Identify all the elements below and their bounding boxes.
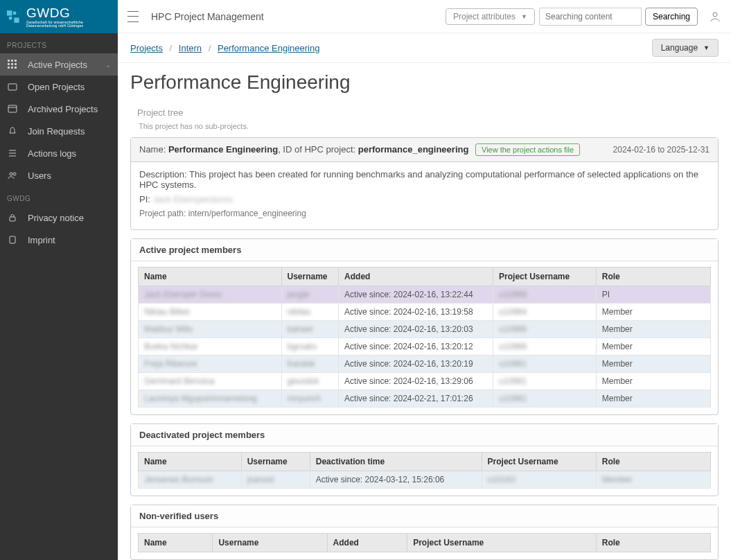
col-project-username: Project Username: [493, 268, 597, 286]
sidebar-item-active-projects[interactable]: Active Projects ⌄: [0, 53, 118, 76]
col-project-username: Project Username: [482, 453, 596, 471]
search-input[interactable]: [539, 8, 642, 26]
svg-rect-21: [10, 217, 15, 221]
user-icon[interactable]: [709, 10, 721, 23]
logo[interactable]: GWDG Gesellschaft für wissenschaftliche …: [0, 0, 118, 33]
active-members-table: Name Username Added Project Username Rol…: [138, 267, 711, 408]
cell-name: Maldsur Mills: [139, 321, 282, 338]
table-row[interactable]: Laurenya MgupuirimnametongmnyunchActive …: [139, 390, 711, 408]
svg-rect-1: [13, 12, 16, 15]
project-panel: Name: Performance Engineering, ID of HPC…: [130, 137, 719, 230]
cell-name: Freja Riberure: [139, 356, 282, 373]
cell-puser: u10989: [493, 286, 597, 304]
breadcrumb-sep: /: [209, 43, 211, 53]
caret-down-icon: ▼: [703, 44, 710, 51]
table-row[interactable]: Gerrimard BenstoageundokActive since: 20…: [139, 373, 711, 390]
table-row[interactable]: Jack Ebersper DoresjeogleActive since: 2…: [139, 286, 711, 304]
col-role: Role: [596, 534, 710, 552]
cell-user: jsanoot: [241, 471, 310, 489]
language-dropdown[interactable]: Language ▼: [652, 39, 719, 57]
sidebar-item-open-projects[interactable]: Open Projects: [0, 76, 118, 98]
col-added: Added: [327, 534, 407, 552]
svg-rect-6: [15, 60, 17, 62]
cell-name: Jensenes Burrouin: [139, 471, 242, 489]
sidebar-item-privacy[interactable]: Privacy notice: [0, 207, 118, 229]
table-row[interactable]: Niklau BilkeinibilasActive since: 2024-0…: [139, 304, 711, 321]
cell-user: bahaer: [281, 321, 339, 338]
caret-down-icon: ▼: [521, 13, 527, 20]
breadcrumb-projects[interactable]: Projects: [130, 43, 163, 53]
cell-added: Active since: 2024-02-16, 13:19:58: [339, 304, 493, 321]
svg-rect-12: [15, 67, 17, 69]
col-username: Username: [241, 453, 310, 471]
sidebar: GWDG Gesellschaft für wissenschaftliche …: [0, 0, 118, 560]
topbar: HPC Project Management Project attribute…: [118, 0, 731, 33]
cell-user: geundok: [281, 373, 339, 390]
breadcrumb-current[interactable]: Performance Engineering: [218, 43, 319, 53]
deactivated-members-title: Deactivated project members: [131, 424, 718, 446]
svg-rect-11: [11, 67, 13, 69]
language-label: Language: [661, 43, 698, 53]
users-icon: [7, 170, 18, 181]
cell-puser: u10984: [493, 304, 597, 321]
table-row[interactable]: Bueka NichkarbgroaksActive since: 2024-0…: [139, 338, 711, 356]
cell-added: Active since: 2024-02-21, 17:01:26: [339, 390, 493, 408]
table-row[interactable]: Maldsur MillsbahaerActive since: 2024-02…: [139, 321, 711, 338]
breadcrumb-row: Projects / Intern / Performance Engineer…: [118, 33, 731, 63]
cell-puser: u10986: [493, 338, 597, 356]
nonverified-title: Non-verified users: [131, 505, 718, 527]
cell-user: jeogle: [281, 286, 339, 304]
project-tree-empty: This project has no sub-projects.: [130, 121, 719, 137]
grid-icon: [7, 59, 18, 70]
table-row[interactable]: Jensenes BurrouinjsanootActive since: 20…: [139, 471, 711, 489]
svg-point-19: [10, 173, 12, 175]
deactivated-members-panel: Deactivated project members Name Usernam…: [130, 423, 719, 496]
view-actions-file-link[interactable]: View the project actions file: [475, 143, 580, 156]
sidebar-item-label: Archived Projects: [28, 104, 98, 114]
logo-subtext: Gesellschaft für wissenschaftliche Daten…: [26, 21, 111, 28]
svg-rect-3: [14, 17, 19, 22]
sidebar-item-join-requests[interactable]: Join Requests: [0, 120, 118, 142]
cell-puser: u10183: [482, 471, 596, 489]
cell-name: Jack Ebersper Dores: [139, 286, 282, 304]
svg-point-20: [13, 173, 16, 175]
cell-role: PI: [596, 286, 710, 304]
page-title: Performance Engineering: [130, 71, 719, 94]
cell-puser: u10981: [493, 373, 597, 390]
search-button[interactable]: Searching: [645, 8, 698, 26]
lock-icon: [7, 212, 18, 223]
cell-role: Member: [596, 356, 710, 373]
cell-name: Bueka Nichkar: [139, 338, 282, 356]
project-name: Performance Engineering: [168, 144, 278, 155]
col-username: Username: [281, 268, 339, 286]
cell-name: Laurenya Mgupuirimnametong: [139, 390, 282, 408]
table-row[interactable]: Freja RiberurefrandokActive since: 2024-…: [139, 356, 711, 373]
breadcrumb-sep: /: [170, 43, 173, 53]
cell-user: nibilas: [281, 304, 339, 321]
breadcrumb-intern[interactable]: Intern: [179, 43, 202, 53]
col-name: Name: [139, 268, 282, 286]
app-title: HPC Project Management: [151, 11, 264, 22]
sidebar-item-archived-projects[interactable]: Archived Projects: [0, 98, 118, 120]
project-attributes-dropdown[interactable]: Project attributes ▼: [446, 8, 535, 25]
sidebar-item-label: Join Requests: [28, 126, 85, 137]
active-members-panel: Active project members Name Username Add…: [130, 238, 719, 415]
logo-text: GWDG: [26, 6, 111, 19]
sidebar-item-label: Imprint: [28, 235, 55, 245]
name-label: Name:: [139, 144, 168, 155]
project-panel-header: Name: Performance Engineering, ID of HPC…: [131, 138, 718, 162]
cell-role: Member: [596, 373, 710, 390]
sidebar-item-imprint[interactable]: Imprint: [0, 229, 118, 251]
cell-role: Member: [596, 321, 710, 338]
menu-toggle-icon[interactable]: [127, 11, 139, 22]
col-project-username: Project Username: [407, 534, 597, 552]
sidebar-item-actions-logs[interactable]: Actions logs: [0, 142, 118, 164]
sidebar-item-label: Active Projects: [28, 60, 87, 70]
sidebar-item-label: Privacy notice: [28, 213, 84, 223]
deactivated-members-table: Name Username Deactivation time Project …: [138, 452, 711, 489]
svg-rect-0: [7, 10, 12, 15]
col-username: Username: [213, 534, 327, 552]
sidebar-item-users[interactable]: Users: [0, 164, 118, 186]
project-dates: 2024-02-16 to 2025-12-31: [613, 145, 710, 155]
cell-role: Member: [596, 304, 710, 321]
